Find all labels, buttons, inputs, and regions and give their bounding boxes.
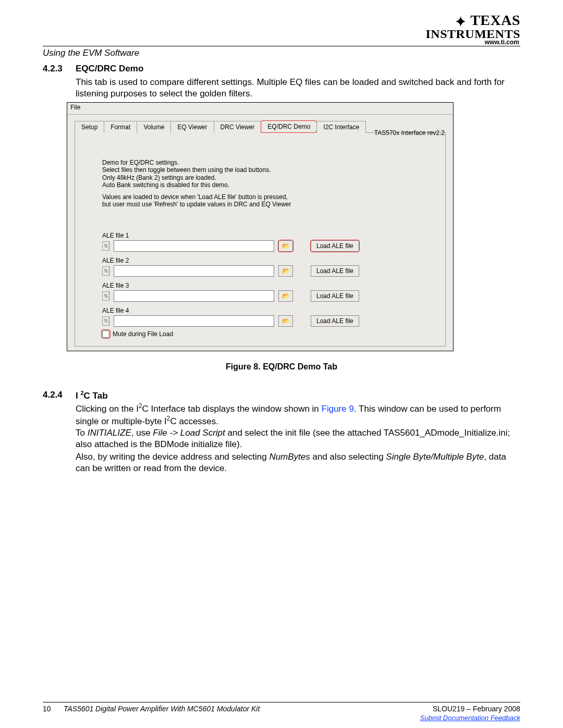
path-icon: ％ xyxy=(102,241,109,251)
figure-9-link[interactable]: Figure 9 xyxy=(322,404,354,414)
figure-8-caption: Figure 8. EQ/DRC Demo Tab xyxy=(0,362,563,372)
eqdrc-tab-pane: Demo for EQ/DRC settings.Select files th… xyxy=(75,133,446,347)
tab-eq-viewer[interactable]: EQ Viewer xyxy=(170,121,214,133)
tab-setup[interactable]: Setup xyxy=(75,121,104,133)
tab-i2c-interface[interactable]: I2C Interface xyxy=(316,121,366,133)
section-424-title: I 2C Tab xyxy=(76,390,108,401)
ale-file-row-3: ALE file 3％📂Load ALE file xyxy=(102,282,424,302)
path-icon: ％ xyxy=(102,266,109,276)
ti-url: www.ti.com xyxy=(485,39,519,46)
menu-file[interactable]: File xyxy=(70,104,80,111)
ti-chip-icon: ✦ xyxy=(454,15,467,29)
tab-drc-viewer[interactable]: DRC Viewer xyxy=(214,121,262,133)
browse-button-1[interactable]: 📂 xyxy=(278,240,293,252)
mute-during-load-row: Mute during File Load xyxy=(102,330,173,338)
mute-checkbox[interactable] xyxy=(102,330,109,338)
menubar: File xyxy=(67,103,453,115)
ale-file-input-4[interactable] xyxy=(114,315,274,327)
load-ale-button-2[interactable]: Load ALE file xyxy=(311,265,359,277)
section-423-num: 4.2.3 xyxy=(43,64,63,74)
ale-file-label-4: ALE file 4 xyxy=(102,307,424,314)
ale-file-row-1: ALE file 1％📂Load ALE file xyxy=(102,232,424,252)
page-number: 10 xyxy=(43,705,62,713)
ale-file-label-3: ALE file 3 xyxy=(102,282,424,289)
footer-feedback-link: Submit Documentation Feedback xyxy=(420,714,520,722)
ale-file-input-1[interactable] xyxy=(114,240,274,252)
path-icon: ％ xyxy=(102,291,109,301)
footer-right: SLOU219 – February 2008 xyxy=(433,705,520,713)
browse-button-4[interactable]: 📂 xyxy=(278,315,293,327)
path-icon: ％ xyxy=(102,316,109,326)
ale-file-input-3[interactable] xyxy=(114,290,274,302)
ti-logo: ✦TEXAS INSTRUMENTS xyxy=(425,14,520,40)
load-ale-button-1[interactable]: Load ALE file xyxy=(311,240,359,252)
load-ale-button-4[interactable]: Load ALE file xyxy=(311,315,359,327)
tab-volume[interactable]: Volume xyxy=(137,121,171,133)
ale-file-input-2[interactable] xyxy=(114,265,274,277)
header-rule xyxy=(43,46,520,46)
demo-description: Demo for EQ/DRC settings.Select files th… xyxy=(102,159,424,208)
tab-eq-drc-demo[interactable]: EQ/DRC Demo xyxy=(261,120,317,133)
eqdrc-demo-screenshot: File SetupFormatVolumeEQ ViewerDRC Viewe… xyxy=(67,102,454,351)
tab-format[interactable]: Format xyxy=(104,121,137,133)
section-423-para: This tab is used to compare different se… xyxy=(76,77,520,100)
section-424-para1: Clicking on the I2C Interface tab displa… xyxy=(76,402,520,427)
browse-button-3[interactable]: 📂 xyxy=(278,290,293,302)
footer-rule xyxy=(43,702,520,702)
browse-button-2[interactable]: 📂 xyxy=(278,265,293,277)
section-424-para3: Also, by writing the device address and … xyxy=(76,451,520,474)
ale-file-row-4: ALE file 4％📂Load ALE file xyxy=(102,307,424,327)
section-424-num: 4.2.4 xyxy=(43,390,63,400)
mute-label: Mute during File Load xyxy=(113,330,173,338)
submit-feedback-link[interactable]: Submit Documentation Feedback xyxy=(420,714,520,722)
section-breadcrumb: Using the EVM Software xyxy=(43,48,139,58)
footer-title: TAS5601 Digital Power Amplifier With MC5… xyxy=(64,705,260,713)
section-423-title: EQC/DRC Demo xyxy=(76,64,143,74)
load-ale-button-3[interactable]: Load ALE file xyxy=(311,290,359,302)
footer-left: 10 TAS5601 Digital Power Amplifier With … xyxy=(43,705,260,713)
ti-line1: TEXAS xyxy=(470,12,520,28)
ale-file-label-1: ALE file 1 xyxy=(102,232,424,239)
ale-file-row-2: ALE file 2％📂Load ALE file xyxy=(102,257,424,277)
section-424-para2: To INITIALIZE, use File -> Load Script a… xyxy=(76,427,520,450)
ale-file-label-2: ALE file 2 xyxy=(102,257,424,264)
